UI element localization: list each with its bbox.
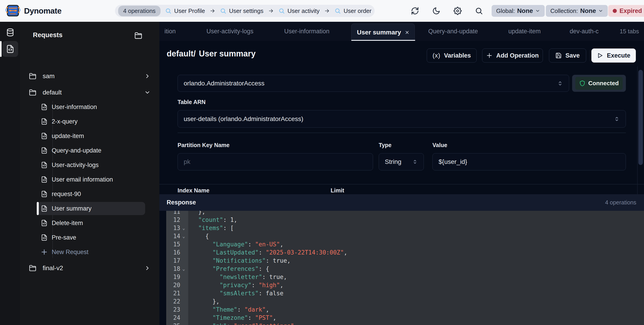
json-key: "Language" [212, 241, 248, 248]
variables-icon: (x) [432, 52, 440, 59]
database-nav-icon[interactable] [6, 28, 14, 37]
line-number-gutter: 22 [166, 297, 188, 306]
breadcrumb-item[interactable]: User activity [278, 7, 320, 14]
variables-label: Variables [444, 52, 471, 59]
breadcrumb-item[interactable]: User Profile [165, 7, 205, 14]
json-key: "pk" [212, 323, 227, 325]
main-panel: itionUser-activity-logsUser-informationQ… [160, 22, 644, 325]
file-code-icon [41, 220, 48, 226]
file-code-icon [41, 104, 48, 110]
response-json-editor[interactable]: 11 },12 "count": 1,13⌄ "items": [14⌄ {15… [166, 211, 644, 325]
form-scrollbar-thumb[interactable] [638, 70, 643, 165]
tab-dev-auth-c[interactable]: dev-auth-c [570, 22, 599, 41]
sidebar-folder-final-v2[interactable]: final-v2 [20, 262, 160, 275]
request-item[interactable]: request-90 [37, 187, 145, 201]
global-label: Global: [496, 7, 515, 14]
request-item[interactable]: User summary [37, 202, 145, 215]
file-code-icon [41, 133, 48, 139]
json-plain: , [280, 282, 284, 289]
tab-user-summary-active[interactable]: User summary × [351, 23, 415, 41]
json-key: "LastUpdated" [212, 249, 259, 256]
json-plain [191, 323, 212, 325]
collection-scope-dropdown[interactable]: Collection: None [546, 5, 608, 17]
request-item[interactable]: User-information [37, 100, 145, 114]
refresh-icon[interactable] [411, 7, 419, 15]
json-plain [191, 282, 220, 289]
search-icon [220, 8, 226, 14]
line-number-gutter: 24 [166, 314, 188, 322]
json-plain: : [227, 323, 234, 325]
tab-user-information[interactable]: User-information [284, 22, 330, 41]
line-number: 23 [166, 306, 180, 314]
request-item[interactable]: update-item [37, 129, 145, 143]
save-icon [555, 52, 562, 59]
search-icon[interactable] [475, 7, 483, 15]
request-item[interactable]: Pre-save [37, 231, 145, 244]
chevron-updown-icon [614, 116, 620, 122]
session-expired-badge[interactable]: Expired [608, 5, 644, 17]
line-number-gutter: 25 [166, 322, 188, 325]
json-plain: : [238, 306, 244, 313]
requests-nav-icon[interactable] [6, 45, 14, 53]
save-button[interactable]: Save [549, 48, 586, 62]
new-request-label: New Request [52, 249, 88, 256]
file-code-icon [41, 234, 48, 241]
json-plain: , [273, 314, 276, 321]
request-title: User summary [199, 49, 256, 58]
chevron-down-icon [144, 89, 150, 96]
new-folder-icon[interactable] [134, 32, 142, 39]
request-item[interactable]: 2-x-query [37, 115, 145, 128]
partition-key-input[interactable]: pk [178, 153, 373, 170]
folder-name: final-v2 [43, 265, 63, 272]
request-item[interactable]: User email information [37, 173, 145, 186]
json-string-value: "en-US" [255, 241, 280, 248]
json-plain [191, 257, 212, 264]
breadcrumb-item[interactable]: User settings [220, 7, 264, 14]
connection-select[interactable]: orlando.AdministratorAccess [178, 75, 569, 92]
table-arn-select[interactable]: user-details (orlando.AdministratorAcces… [178, 110, 626, 128]
settings-gear-icon[interactable] [454, 7, 462, 15]
sidebar-folder-sam[interactable]: sam [20, 70, 160, 83]
line-number-gutter: 21 [166, 289, 188, 297]
request-item[interactable]: Delete-item [37, 216, 145, 230]
tab-user-activity-logs[interactable]: User-activity-logs [206, 22, 253, 41]
request-item-label: User-activity-logs [52, 162, 99, 169]
page-title: default/ User summary [167, 41, 256, 66]
section-divider [160, 184, 644, 185]
code-text: "Timezone": "PST", [188, 314, 276, 322]
chevron-right-icon [144, 265, 150, 271]
file-code-icon [41, 176, 48, 183]
value-input[interactable]: ${user_id} [432, 153, 626, 170]
file-code-icon [41, 191, 48, 197]
index-name-label: Index Name [178, 187, 209, 194]
tab-query-and-update[interactable]: Query-and-update [428, 22, 478, 41]
fold-chevron-icon[interactable]: ⌄ [180, 224, 187, 232]
sidebar-folder-default[interactable]: default [20, 86, 160, 99]
tab-ition[interactable]: ition [164, 22, 176, 41]
fold-chevron-icon[interactable]: ⌄ [180, 265, 187, 273]
breadcrumb-arrow-icon [268, 8, 274, 14]
add-operation-button[interactable]: Add Operation [482, 48, 543, 62]
request-item[interactable]: Query-and-update [37, 144, 145, 157]
type-select[interactable]: String [379, 153, 424, 170]
json-plain: : [ [223, 225, 234, 231]
breadcrumb-item[interactable]: User order [334, 7, 372, 14]
code-line: 16 "LastUpdated": "2025-03-22T14:30:00Z"… [166, 248, 644, 257]
response-operations-count: 4 operations [605, 194, 636, 211]
dark-mode-moon-icon[interactable] [432, 7, 440, 15]
new-request-button[interactable]: New Request [37, 246, 145, 259]
json-key: "Preferences" [212, 265, 259, 272]
variables-button[interactable]: (x) Variables [427, 48, 477, 62]
execute-button[interactable]: Execute [592, 48, 636, 62]
code-line: 18⌄ "Preferences": { [166, 265, 644, 273]
code-text: "LastUpdated": "2025-03-22T14:30:00Z", [188, 248, 348, 257]
line-number: 22 [166, 297, 180, 306]
tab-update-item[interactable]: update-item [508, 22, 541, 41]
sidebar-header: Requests [20, 28, 160, 42]
global-scope-dropdown[interactable]: Global: None [492, 5, 545, 17]
fold-chevron-icon[interactable]: ⌄ [180, 232, 187, 240]
request-item[interactable]: User-activity-logs [37, 158, 145, 172]
form-scrollbar-track [637, 66, 638, 194]
code-text: "items": [ [188, 224, 234, 232]
close-tab-icon[interactable]: × [402, 28, 409, 36]
